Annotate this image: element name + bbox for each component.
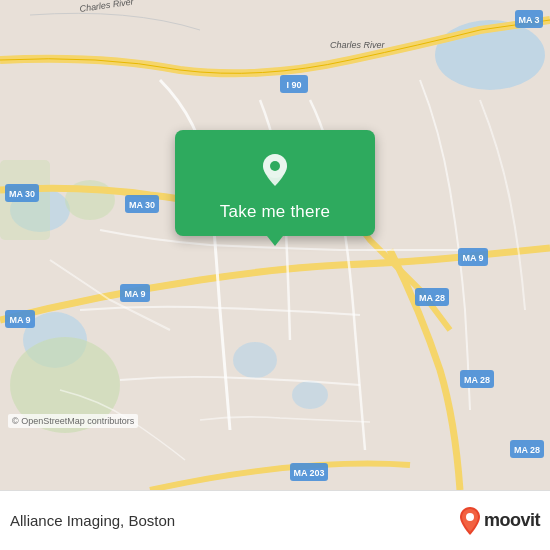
svg-text:MA 30: MA 30 [129, 200, 155, 210]
take-me-there-button[interactable]: Take me there [220, 202, 330, 222]
moovit-pin-icon [458, 507, 482, 535]
svg-text:Charles River: Charles River [330, 40, 386, 50]
svg-text:I 90: I 90 [286, 80, 301, 90]
svg-text:MA 203: MA 203 [293, 468, 324, 478]
svg-text:MA 3: MA 3 [518, 15, 539, 25]
svg-text:MA 28: MA 28 [514, 445, 540, 455]
svg-point-35 [466, 513, 474, 521]
map-attribution: © OpenStreetMap contributors [8, 414, 138, 428]
svg-text:MA 9: MA 9 [124, 289, 145, 299]
svg-point-34 [270, 161, 280, 171]
svg-text:MA 28: MA 28 [419, 293, 445, 303]
svg-text:MA 9: MA 9 [462, 253, 483, 263]
location-pin-icon [253, 148, 297, 192]
location-name: Alliance Imaging, Boston [10, 512, 458, 529]
svg-point-4 [233, 342, 277, 378]
moovit-logo: moovit [458, 507, 540, 535]
map-container: MA 3 I 90 MA 30 MA 30 MA 9 MA 9 MA 9 MA … [0, 0, 550, 490]
svg-point-5 [292, 381, 328, 409]
svg-text:MA 9: MA 9 [9, 315, 30, 325]
svg-text:MA 28: MA 28 [464, 375, 490, 385]
moovit-brand-name: moovit [484, 510, 540, 531]
svg-text:MA 30: MA 30 [9, 189, 35, 199]
popup-card: Take me there [175, 130, 375, 236]
bottom-bar: Alliance Imaging, Boston moovit [0, 490, 550, 550]
